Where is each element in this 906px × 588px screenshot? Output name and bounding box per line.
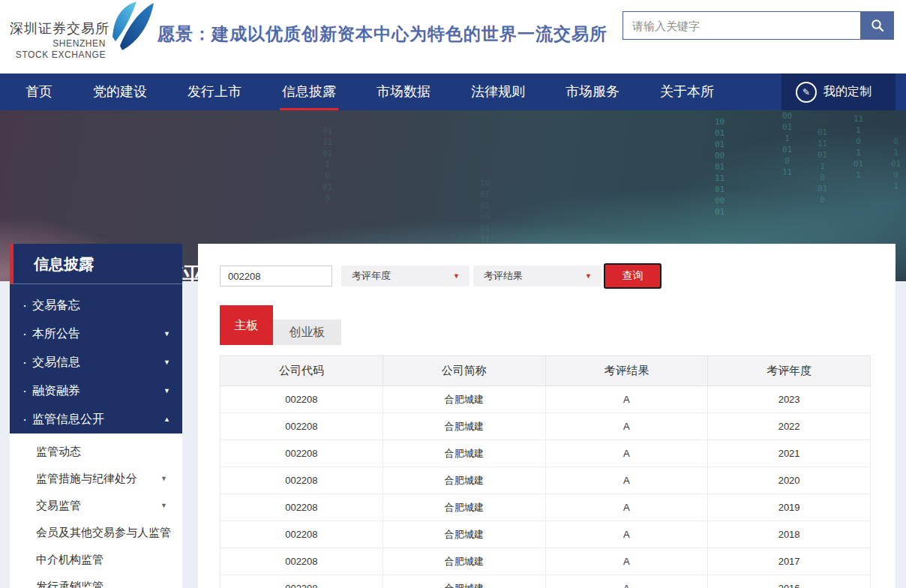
- col-header-result: 考评结果: [545, 356, 708, 386]
- nav-item-disclosure[interactable]: 信息披露: [282, 74, 336, 110]
- table-row: 002208 合肥城建 A 2021: [220, 440, 871, 467]
- binary-decoration: 00 01 1 01 0 11: [782, 110, 792, 178]
- table-row: 002208 合肥城建 A 2019: [220, 494, 871, 521]
- bullet-icon: ·: [22, 376, 27, 405]
- nav-item-market-data[interactable]: 市场数据: [376, 74, 430, 110]
- col-header-year: 考评年度: [708, 356, 871, 386]
- chevron-down-icon: ▼: [160, 502, 167, 509]
- search-icon: [871, 19, 884, 32]
- bullet-icon: ·: [22, 405, 27, 434]
- bullet-icon: ·: [22, 348, 27, 376]
- binary-decoration: 01 11 01 1 0 01 0: [818, 127, 827, 206]
- nav-item-rules[interactable]: 法律规则: [471, 74, 525, 110]
- binary-decoration: 01 11 01 1 0 01 0: [322, 125, 332, 204]
- content-card: 考评年度 ▼ 考评结果 ▼ 查询 主板 创业板 公司代码 公司简称 考评结果 考…: [198, 244, 896, 588]
- table-row: 002208 合肥城建 A 2022: [220, 413, 871, 440]
- nav-item-party-building[interactable]: 党的建设: [93, 74, 147, 110]
- my-customization-label: 我的定制: [824, 84, 872, 100]
- tab-chinext[interactable]: 创业板: [273, 320, 341, 345]
- site-slogan: 愿景：建成以优质创新资本中心为特色的世界一流交易所: [158, 22, 608, 46]
- header: 深圳证券交易所 SHENZHEN STOCK EXCHANGE 愿景：建成以优质…: [0, 0, 906, 74]
- logo-text: 深圳证券交易所 SHENZHEN STOCK EXCHANGE: [10, 20, 106, 60]
- szse-logo[interactable]: 深圳证券交易所 SHENZHEN STOCK EXCHANGE: [10, 18, 160, 68]
- binary-decoration: 11 1 0 1 01 1: [854, 113, 863, 181]
- sidebar-disclosure: 信息披露 · 交易备忘 · 本所公告 ▼ · 交易信息 ▼ · 融资融券 ▼: [10, 244, 182, 443]
- sidebar-submenu: 监管动态 监管措施与纪律处分 ▼ 交易监管 ▼ 会员及其他交易参与人监管 中介机…: [10, 434, 182, 588]
- page: 深圳证券交易所 SHENZHEN STOCK EXCHANGE 愿景：建成以优质…: [0, 0, 906, 588]
- logo-en-line1: SHENZHEN: [10, 39, 106, 49]
- table-row: 002208 合肥城建 A 2018: [220, 521, 871, 548]
- sidebar-title: 信息披露: [10, 244, 182, 284]
- chevron-down-icon: ▼: [164, 358, 170, 366]
- submenu-item-trading-supervision[interactable]: 交易监管 ▼: [10, 492, 182, 519]
- table-row: 002208 合肥城建 A 2020: [220, 467, 871, 494]
- sidebar-item-regulatory-disclosure[interactable]: · 监管信息公开 ▲: [10, 405, 182, 434]
- chevron-down-icon: ▼: [164, 330, 170, 338]
- nav-item-about[interactable]: 关于本所: [660, 74, 714, 110]
- company-code-input[interactable]: [220, 266, 332, 286]
- nav-item-listing[interactable]: 发行上市: [188, 74, 242, 110]
- sidebar-item-announcements[interactable]: · 本所公告 ▼: [10, 320, 182, 348]
- evaluation-year-select[interactable]: 考评年度 ▼: [341, 266, 470, 286]
- bullet-icon: ·: [22, 291, 27, 320]
- sidebar-item-trading-info[interactable]: · 交易信息 ▼: [10, 348, 182, 376]
- col-header-company-code: 公司代码: [220, 356, 383, 386]
- chevron-down-icon: ▼: [164, 387, 170, 394]
- tab-main-board[interactable]: 主板: [220, 305, 273, 345]
- search-input[interactable]: [622, 11, 861, 40]
- szse-logo-icon: [110, 1, 158, 50]
- sidebar-menu: · 交易备忘 · 本所公告 ▼ · 交易信息 ▼ · 融资融券 ▼ · 监管信息…: [10, 284, 182, 443]
- submenu-item-intermediary-supervision[interactable]: 中介机构监管: [10, 546, 182, 573]
- query-button[interactable]: 查询: [604, 263, 662, 289]
- bullet-icon: ·: [22, 320, 27, 348]
- nav-item-home[interactable]: 首页: [26, 74, 52, 110]
- my-customization-button[interactable]: ✎ 我的定制: [782, 74, 896, 110]
- submenu-item-underwriting-supervision[interactable]: 发行承销监管: [10, 573, 182, 588]
- binary-decoration: 10 01 01 00 01 11 01 00 01: [715, 116, 724, 218]
- sidebar-item-trading-memo[interactable]: · 交易备忘: [10, 291, 182, 320]
- chevron-down-icon: ▼: [453, 272, 470, 280]
- pencil-icon: ✎: [796, 82, 817, 103]
- col-header-company-name: 公司简称: [382, 356, 545, 386]
- table-row: 002208 合肥城建 A 2016: [220, 575, 871, 588]
- evaluation-result-select[interactable]: 考评结果 ▼: [473, 266, 602, 286]
- submenu-item-member-supervision[interactable]: 会员及其他交易参与人监管: [10, 519, 182, 546]
- binary-decoration: 0 1 01 0 1: [891, 136, 901, 192]
- evaluation-table: 公司代码 公司简称 考评结果 考评年度 002208 合肥城建 A 2023 0…: [220, 356, 871, 588]
- chevron-up-icon: ▲: [164, 416, 170, 423]
- table-row: 002208 合肥城建 A 2023: [220, 386, 871, 413]
- chevron-down-icon: ▼: [160, 475, 167, 482]
- table-header-row: 公司代码 公司简称 考评结果 考评年度: [220, 356, 871, 386]
- logo-cn-title: 深圳证券交易所: [10, 20, 106, 38]
- logo-en-line2: STOCK EXCHANGE: [10, 50, 106, 60]
- main-nav: 首页 党的建设 发行上市 信息披露 市场数据 法律规则 市场服务 关于本所 ✎ …: [0, 74, 906, 110]
- chevron-down-icon: ▼: [585, 272, 602, 280]
- nav-item-services[interactable]: 市场服务: [566, 74, 620, 110]
- submenu-item-regulatory-news[interactable]: 监管动态: [10, 438, 182, 465]
- nav-items: 首页 党的建设 发行上市 信息披露 市场数据 法律规则 市场服务 关于本所: [0, 74, 906, 110]
- sidebar-item-margin-trading[interactable]: · 融资融券 ▼: [10, 376, 182, 405]
- search-button[interactable]: [860, 11, 894, 40]
- table-row: 002208 合肥城建 A 2017: [220, 548, 871, 575]
- submenu-item-measures-discipline[interactable]: 监管措施与纪律处分 ▼: [10, 465, 182, 492]
